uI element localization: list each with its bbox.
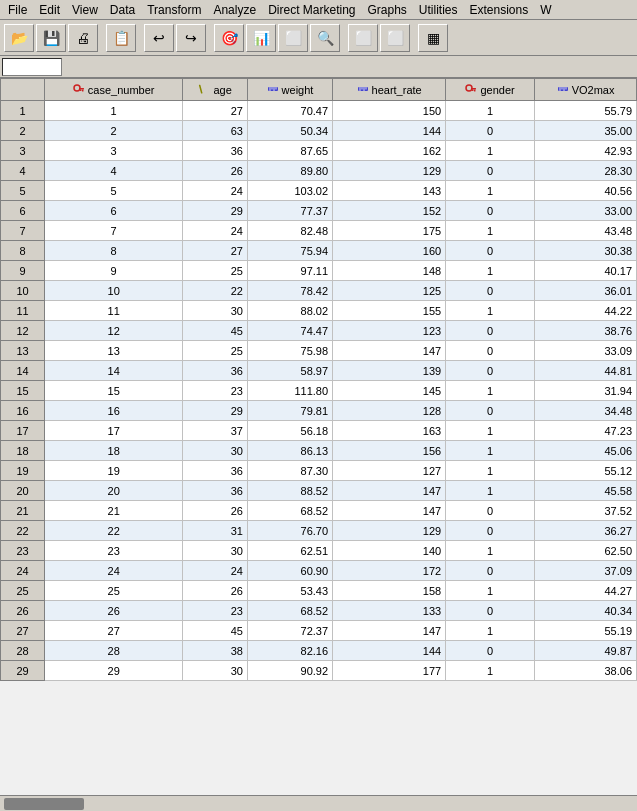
cell-r12-c2[interactable]: 25 [183,341,248,361]
cell-r11-c6[interactable]: 38.76 [535,321,637,341]
table-row[interactable]: 28283882.16144049.87 [1,641,637,661]
cell-r17-c5[interactable]: 1 [446,441,535,461]
cell-r18-c2[interactable]: 36 [183,461,248,481]
cell-r17-c0[interactable]: 18 [1,441,45,461]
cell-r21-c4[interactable]: 129 [333,521,446,541]
cell-r2-c3[interactable]: 87.65 [247,141,332,161]
cell-r11-c5[interactable]: 0 [446,321,535,341]
cell-r19-c6[interactable]: 45.58 [535,481,637,501]
toolbar-btn-8[interactable]: ⬜ [278,24,308,52]
cell-r14-c0[interactable]: 15 [1,381,45,401]
cell-r23-c0[interactable]: 24 [1,561,45,581]
cell-r25-c2[interactable]: 23 [183,601,248,621]
cell-r11-c1[interactable]: 12 [45,321,183,341]
cell-r6-c3[interactable]: 82.48 [247,221,332,241]
table-row[interactable]: 22223176.70129036.27 [1,521,637,541]
col-header-age[interactable]: age [183,79,248,101]
cell-r13-c1[interactable]: 14 [45,361,183,381]
cell-r6-c6[interactable]: 43.48 [535,221,637,241]
cell-r21-c5[interactable]: 0 [446,521,535,541]
cell-r18-c6[interactable]: 55.12 [535,461,637,481]
cell-r15-c2[interactable]: 29 [183,401,248,421]
cell-r26-c6[interactable]: 55.19 [535,621,637,641]
cell-r7-c2[interactable]: 27 [183,241,248,261]
col-header-weight[interactable]: weight [247,79,332,101]
cell-r13-c5[interactable]: 0 [446,361,535,381]
cell-r24-c2[interactable]: 26 [183,581,248,601]
cell-r25-c0[interactable]: 26 [1,601,45,621]
cell-r3-c3[interactable]: 89.80 [247,161,332,181]
table-row[interactable]: 27274572.37147155.19 [1,621,637,641]
table-row[interactable]: 20203688.52147145.58 [1,481,637,501]
cell-r13-c6[interactable]: 44.81 [535,361,637,381]
menu-item-transform[interactable]: Transform [141,1,207,19]
cell-r17-c3[interactable]: 86.13 [247,441,332,461]
col-header-gender[interactable]: gender [446,79,535,101]
cell-r11-c2[interactable]: 45 [183,321,248,341]
cell-r27-c4[interactable]: 144 [333,641,446,661]
horizontal-scrollbar[interactable] [0,795,637,811]
cell-r28-c2[interactable]: 30 [183,661,248,681]
col-header-VO2max[interactable]: VO2max [535,79,637,101]
toolbar-btn-2[interactable]: 🖨 [68,24,98,52]
cell-r3-c2[interactable]: 26 [183,161,248,181]
cell-r12-c1[interactable]: 13 [45,341,183,361]
cell-r0-c2[interactable]: 27 [183,101,248,121]
cell-r7-c1[interactable]: 8 [45,241,183,261]
cell-r9-c6[interactable]: 36.01 [535,281,637,301]
cell-r21-c2[interactable]: 31 [183,521,248,541]
cell-r20-c6[interactable]: 37.52 [535,501,637,521]
cell-r7-c6[interactable]: 30.38 [535,241,637,261]
cell-r4-c1[interactable]: 5 [45,181,183,201]
cell-r10-c3[interactable]: 88.02 [247,301,332,321]
cell-r13-c3[interactable]: 58.97 [247,361,332,381]
toolbar-btn-12[interactable]: ▦ [418,24,448,52]
cell-r27-c1[interactable]: 28 [45,641,183,661]
cell-r23-c3[interactable]: 60.90 [247,561,332,581]
cell-r15-c3[interactable]: 79.81 [247,401,332,421]
menu-item-w[interactable]: W [534,1,557,19]
cell-r21-c1[interactable]: 22 [45,521,183,541]
cell-r19-c1[interactable]: 20 [45,481,183,501]
cell-r20-c2[interactable]: 26 [183,501,248,521]
cell-r9-c2[interactable]: 22 [183,281,248,301]
table-row[interactable]: 10102278.42125036.01 [1,281,637,301]
cell-r22-c4[interactable]: 140 [333,541,446,561]
table-row[interactable]: 14143658.97139044.81 [1,361,637,381]
cell-r25-c4[interactable]: 133 [333,601,446,621]
cell-r13-c0[interactable]: 14 [1,361,45,381]
cell-r6-c2[interactable]: 24 [183,221,248,241]
cell-r26-c2[interactable]: 45 [183,621,248,641]
toolbar-btn-1[interactable]: 💾 [36,24,66,52]
cell-r1-c6[interactable]: 35.00 [535,121,637,141]
cell-r18-c3[interactable]: 87.30 [247,461,332,481]
cell-r16-c0[interactable]: 17 [1,421,45,441]
cell-r5-c0[interactable]: 6 [1,201,45,221]
cell-r3-c1[interactable]: 4 [45,161,183,181]
col-header-heart_rate[interactable]: heart_rate [333,79,446,101]
cell-r24-c1[interactable]: 25 [45,581,183,601]
toolbar-btn-3[interactable]: 📋 [106,24,136,52]
cell-r2-c5[interactable]: 1 [446,141,535,161]
cell-r27-c6[interactable]: 49.87 [535,641,637,661]
cell-r19-c2[interactable]: 36 [183,481,248,501]
cell-r27-c0[interactable]: 28 [1,641,45,661]
cell-r24-c5[interactable]: 1 [446,581,535,601]
cell-r20-c0[interactable]: 21 [1,501,45,521]
cell-r15-c4[interactable]: 128 [333,401,446,421]
cell-r22-c1[interactable]: 23 [45,541,183,561]
cell-r19-c3[interactable]: 88.52 [247,481,332,501]
cell-r21-c6[interactable]: 36.27 [535,521,637,541]
cell-r10-c2[interactable]: 30 [183,301,248,321]
scrollbar-thumb[interactable] [4,798,84,810]
toolbar-btn-7[interactable]: 📊 [246,24,276,52]
table-row[interactable]: 19193687.30127155.12 [1,461,637,481]
cell-r21-c0[interactable]: 22 [1,521,45,541]
toolbar-btn-10[interactable]: ⬜ [348,24,378,52]
cell-r25-c3[interactable]: 68.52 [247,601,332,621]
table-row[interactable]: 23233062.51140162.50 [1,541,637,561]
cell-r8-c4[interactable]: 148 [333,261,446,281]
cell-r26-c0[interactable]: 27 [1,621,45,641]
cell-r1-c4[interactable]: 144 [333,121,446,141]
table-row[interactable]: 13132575.98147033.09 [1,341,637,361]
